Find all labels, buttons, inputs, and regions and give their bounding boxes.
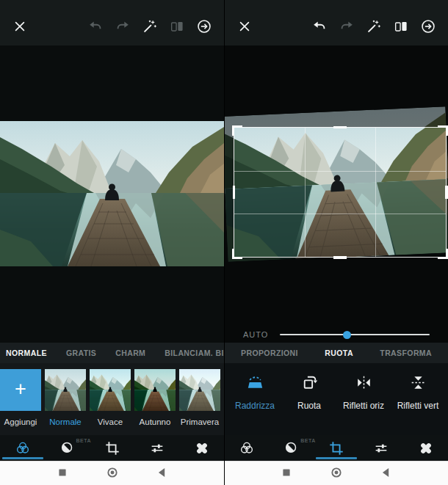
straighten-slider-row: AUTO [225,327,448,343]
tab-gratis[interactable]: GRATIS [66,349,96,357]
auto-label[interactable]: AUTO [243,330,268,339]
crop-frame[interactable] [234,127,447,258]
left-top-toolbar [0,0,224,45]
recents-button[interactable] [278,464,295,482]
filter-add-custom[interactable]: + Aggiungi [0,369,41,435]
tool-healing[interactable] [179,435,224,461]
tab-ruota[interactable]: RUOTA [325,349,353,357]
dual-screenshot-root: NORMALE GRATIS CHARM BILANCIAM. BIANCO B… [0,0,448,485]
right-top-toolbar [225,0,448,45]
tab-proporzioni[interactable]: PROPORZIONI [241,349,298,357]
auto-enhance-button[interactable] [140,17,159,36]
rotate-tool[interactable]: Ruota [282,373,336,435]
tool-label: Rifletti vert [397,401,439,411]
slider-thumb[interactable] [343,331,351,339]
tool-adjustments[interactable] [358,435,403,461]
tool-label: Rifletti oriz [343,401,384,411]
close-button[interactable] [235,17,254,36]
close-button[interactable] [10,17,29,36]
straighten-icon [246,373,264,392]
tool-crop[interactable] [90,435,134,461]
filter-thumbnail[interactable] [45,369,86,411]
tool-looks[interactable] [0,435,45,461]
filter-thumbnail[interactable] [134,369,176,411]
plus-icon: + [15,379,26,399]
crop-handle-left[interactable] [233,186,236,199]
crop-mode-tabs: PROPORZIONI RUOTA TRASFORMA [225,343,448,363]
tool-label: Raddrizza [235,401,275,411]
looks-category-tabs: NORMALE GRATIS CHARM BILANCIAM. BIANCO B… [0,343,224,363]
filter-label: Primavera [181,417,219,426]
grid-line-vertical-2 [375,128,376,257]
crop-handle-bottom[interactable] [333,256,347,259]
compare-button[interactable] [391,17,411,36]
auto-enhance-button[interactable] [364,17,383,36]
filter-filmstrip: + Aggiungi Normale Vivace Autunno Primav… [0,363,224,435]
tool-adjustments[interactable] [134,435,179,461]
redo-button[interactable] [337,17,356,36]
back-button[interactable] [377,464,395,482]
filter-label: Autunno [140,417,171,426]
undo-button[interactable] [86,17,105,36]
tool-crop[interactable] [314,435,359,461]
crop-visible-area [234,128,446,257]
home-button[interactable] [104,464,121,482]
tab-charm[interactable]: CHARM [115,349,145,357]
undo-button[interactable] [310,17,329,36]
filter-label: Aggiungi [4,417,37,426]
crop-canvas [225,45,448,327]
flip-horizontal-icon [355,373,373,392]
panel-looks-view: NORMALE GRATIS CHARM BILANCIAM. BIANCO B… [0,0,224,485]
tool-beta-looks[interactable]: BETA [45,435,90,461]
panel-crop-view: AUTO PROPORZIONI RUOTA TRASFORMA Raddriz… [224,0,448,485]
grid-line-vertical-1 [305,128,306,257]
flip-horizontal-tool[interactable]: Rifletti oriz [336,373,391,435]
filter-label: Normale [49,417,81,426]
rotate-tools-row: Raddrizza Ruota Rifletti oriz Rifletti v… [225,363,448,435]
straighten-tool[interactable]: Raddrizza [228,373,282,435]
filter-vivace[interactable]: Vivace [90,369,131,435]
crop-handle-bottom-left[interactable] [232,249,242,259]
redo-button[interactable] [113,17,132,36]
tool-healing[interactable] [403,435,448,461]
left-android-navbar [0,461,224,485]
crop-handle-top-right[interactable] [438,125,448,136]
rotate-icon [300,373,319,392]
tool-looks[interactable] [225,435,270,461]
beta-badge: BETA [76,438,92,443]
next-button[interactable] [419,17,438,36]
filter-autunno[interactable]: Autunno [134,369,176,435]
grid-line-horizontal-2 [234,214,446,214]
crop-handle-bottom-right[interactable] [438,249,448,259]
right-android-navbar [225,461,448,485]
tool-label: Ruota [297,401,321,411]
filter-thumbnail[interactable] [90,369,131,411]
right-topbar-actions [310,17,438,36]
left-photo-canvas [0,45,224,343]
tab-bilanciamento-bianco[interactable]: BILANCIAM. BIANCO [165,349,224,357]
crop-handle-top[interactable] [333,126,347,129]
next-button[interactable] [195,17,214,36]
tab-trasforma[interactable]: TRASFORMA [380,349,432,357]
back-button[interactable] [153,464,171,482]
flip-vertical-tool[interactable]: Rifletti vert [391,373,445,435]
left-bottom-toolbar: BETA [0,435,224,461]
tab-normale[interactable]: NORMALE [6,349,47,357]
straighten-slider[interactable] [280,334,430,335]
filter-primavera[interactable]: Primavera [179,369,220,435]
flip-vertical-icon [409,373,427,392]
home-button[interactable] [328,464,345,482]
right-bottom-toolbar: BETA [225,435,448,461]
edited-photo[interactable] [0,121,224,266]
crop-handle-right[interactable] [445,186,448,199]
tool-beta-looks[interactable]: BETA [270,435,314,461]
filter-thumbnail[interactable] [179,369,220,411]
recents-button[interactable] [54,464,71,482]
filter-label: Vivace [98,417,123,426]
add-look-tile[interactable]: + [0,369,41,411]
filter-normale[interactable]: Normale [45,369,86,435]
crop-handle-top-left[interactable] [232,125,242,136]
grid-line-horizontal-1 [234,171,446,172]
left-topbar-actions [86,17,214,36]
compare-button[interactable] [167,17,187,36]
